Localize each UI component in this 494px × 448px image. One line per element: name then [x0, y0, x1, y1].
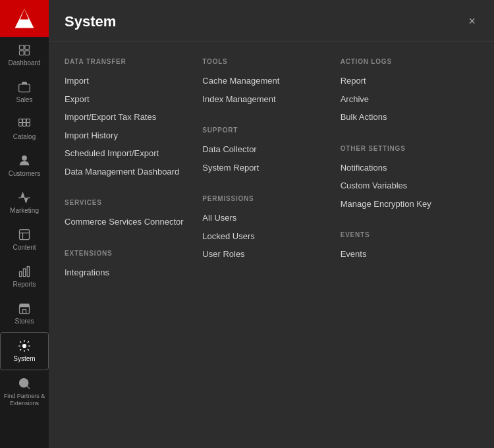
svg-rect-11: [23, 123, 26, 126]
svg-rect-5: [25, 51, 30, 55]
sidebar-item-system[interactable]: System: [0, 332, 49, 370]
sidebar-item-label: Stores: [15, 318, 34, 325]
catalog-icon: [18, 117, 31, 130]
section-tools: TOOLS Cache Management Index Management: [202, 58, 327, 108]
page-title: System: [65, 13, 116, 30]
link-scheduled-import-export[interactable]: Scheduled Import/Export: [65, 144, 189, 163]
svg-point-22: [23, 345, 26, 348]
svg-rect-20: [20, 307, 30, 314]
section-heading-action-logs: ACTION LOGS: [341, 58, 465, 65]
sidebar-item-label: Sales: [16, 96, 32, 104]
link-import-export-tax[interactable]: Import/Export Tax Rates: [65, 108, 189, 126]
find-partners-icon: [18, 377, 31, 390]
svg-rect-4: [20, 51, 24, 55]
sidebar-item-label: Find Partners & Extensions: [3, 393, 46, 407]
section-heading-other-settings: OTHER SETTINGS: [341, 145, 465, 152]
section-extensions: EXTENSIONS Integrations: [65, 250, 189, 282]
link-locked-users[interactable]: Locked Users: [202, 227, 327, 246]
link-import-history[interactable]: Import History: [65, 126, 189, 145]
svg-rect-19: [27, 267, 29, 277]
sidebar-item-sales[interactable]: Sales: [0, 74, 49, 111]
section-heading-events: EVENTS: [341, 231, 465, 238]
svg-rect-6: [19, 84, 30, 92]
dashboard-icon: [18, 43, 31, 57]
link-events[interactable]: Events: [341, 245, 465, 264]
svg-rect-10: [19, 123, 22, 126]
link-all-users[interactable]: All Users: [202, 209, 327, 227]
content-icon: [18, 228, 31, 241]
section-heading-extensions: EXTENSIONS: [65, 250, 189, 257]
menu-column-2: TOOLS Cache Management Index Management …: [202, 58, 340, 432]
section-events: EVENTS Events: [341, 231, 465, 264]
sidebar-item-find-partners[interactable]: Find Partners & Extensions: [0, 370, 49, 414]
sidebar-item-stores[interactable]: Stores: [0, 295, 49, 332]
reports-icon: [18, 265, 31, 278]
svg-rect-7: [19, 119, 22, 123]
svg-rect-14: [20, 230, 30, 240]
sidebar-item-label: Customers: [9, 170, 40, 178]
svg-rect-12: [26, 123, 30, 126]
section-support: SUPPORT Data Collector System Report: [202, 126, 327, 177]
sidebar: Dashboard Sales Catalog Customers Market…: [0, 0, 49, 448]
menu-column-3: ACTION LOGS Report Archive Bulk Actions …: [341, 58, 478, 432]
link-index-management[interactable]: Index Management: [202, 90, 327, 109]
sidebar-item-content[interactable]: Content: [0, 221, 49, 258]
svg-rect-21: [23, 310, 26, 314]
sidebar-item-label: Marketing: [10, 207, 39, 215]
customers-icon: [18, 154, 31, 167]
svg-marker-1: [20, 9, 29, 20]
svg-point-13: [22, 156, 27, 161]
section-services: SERVICES Commerce Services Connector: [65, 199, 189, 231]
app-logo: [0, 0, 49, 37]
link-data-collector[interactable]: Data Collector: [202, 140, 327, 159]
link-report[interactable]: Report: [341, 72, 465, 90]
link-data-management[interactable]: Data Management Dashboard: [65, 163, 189, 181]
sidebar-item-reports[interactable]: Reports: [0, 258, 49, 295]
sidebar-item-label: Content: [13, 244, 36, 252]
close-button[interactable]: ×: [466, 12, 478, 31]
link-import[interactable]: Import: [65, 72, 189, 90]
sidebar-item-label: Catalog: [13, 133, 36, 141]
link-user-roles[interactable]: User Roles: [202, 245, 327, 264]
section-heading-services: SERVICES: [65, 199, 189, 206]
section-permissions: PERMISSIONS All Users Locked Users User …: [202, 195, 327, 264]
link-bulk-actions[interactable]: Bulk Actions: [341, 108, 465, 126]
sidebar-item-customers[interactable]: Customers: [0, 148, 49, 184]
section-heading-support: SUPPORT: [202, 126, 327, 134]
sidebar-item-dashboard[interactable]: Dashboard: [0, 37, 49, 74]
section-data-transfer: DATA TRANSFER Import Export Import/Expor…: [65, 58, 189, 181]
link-notifications[interactable]: Notifications: [341, 159, 465, 177]
svg-line-24: [27, 386, 30, 389]
link-system-report[interactable]: System Report: [202, 159, 327, 177]
section-heading-data-transfer: DATA TRANSFER: [65, 58, 189, 65]
link-manage-encryption[interactable]: Manage Encryption Key: [341, 195, 465, 213]
sidebar-item-label: Dashboard: [9, 59, 41, 67]
link-cache-management[interactable]: Cache Management: [202, 72, 327, 90]
menu-grid: DATA TRANSFER Import Export Import/Expor…: [49, 42, 494, 448]
main-content: System × DATA TRANSFER Import Export Imp…: [49, 0, 494, 448]
svg-rect-18: [23, 269, 25, 277]
menu-column-1: DATA TRANSFER Import Export Import/Expor…: [65, 58, 202, 432]
marketing-icon: [18, 191, 31, 204]
sidebar-item-catalog[interactable]: Catalog: [0, 111, 49, 148]
svg-rect-17: [20, 271, 22, 277]
svg-rect-9: [26, 119, 30, 123]
stores-icon: [18, 302, 31, 315]
adobe-logo-icon: [14, 8, 35, 29]
sales-icon: [18, 80, 31, 94]
page-header: System ×: [49, 0, 494, 42]
link-custom-variables[interactable]: Custom Variables: [341, 177, 465, 195]
section-heading-permissions: PERMISSIONS: [202, 195, 327, 202]
svg-rect-8: [23, 119, 26, 123]
section-action-logs: ACTION LOGS Report Archive Bulk Actions: [341, 58, 465, 126]
section-other-settings: OTHER SETTINGS Notifications Custom Vari…: [341, 145, 465, 213]
link-integrations[interactable]: Integrations: [65, 264, 189, 282]
link-commerce-services[interactable]: Commerce Services Connector: [65, 213, 189, 231]
sidebar-item-label: Reports: [13, 281, 36, 289]
svg-rect-2: [20, 45, 24, 50]
sidebar-item-marketing[interactable]: Marketing: [0, 184, 49, 221]
link-archive[interactable]: Archive: [341, 90, 465, 109]
system-icon: [18, 339, 31, 352]
link-export[interactable]: Export: [65, 90, 189, 109]
section-heading-tools: TOOLS: [202, 58, 327, 65]
